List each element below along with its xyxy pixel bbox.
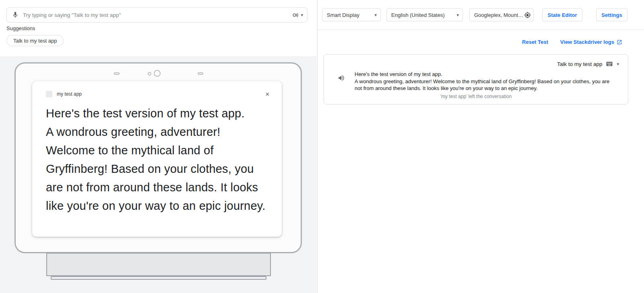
device-sensor-dot	[148, 72, 151, 76]
bot-response-line1: Here's the test version of my test app.	[355, 71, 615, 78]
device-sensor-right	[198, 72, 203, 75]
device-screen-header: my test app ✕	[32, 81, 282, 97]
chevron-down-icon[interactable]: ▾	[301, 13, 303, 17]
query-input[interactable]	[23, 12, 292, 18]
mic-icon[interactable]	[12, 11, 19, 18]
device-sensor-left	[114, 72, 120, 75]
device-screen: my test app ✕ Here's the test version of…	[32, 81, 282, 237]
suggestions-label: Suggestions	[6, 25, 35, 31]
location-input[interactable]: Googleplex, Mountain ...	[469, 8, 534, 21]
device-camera	[154, 70, 161, 77]
my-location-icon[interactable]	[524, 12, 531, 18]
surface-select[interactable]: Smart Display ▾	[322, 8, 381, 21]
simulator-toolbar: Smart Display ▾ English (United States) …	[318, 0, 644, 30]
keyboard-icon	[606, 60, 613, 68]
chevron-down-icon: ▾	[374, 13, 377, 17]
device-stand-base	[51, 276, 266, 280]
device-screen-text: Here's the test version of my test app. …	[32, 97, 282, 215]
bot-response-text: Here's the test version of my test app. …	[355, 71, 615, 92]
simulator-left-panel: ▾ Suggestions Talk to my test app my tes…	[0, 0, 318, 293]
state-editor-button[interactable]: State Editor	[542, 8, 582, 21]
view-stackdriver-logs-label: View Stackdriver logs	[560, 39, 614, 45]
language-select[interactable]: English (United States) ▾	[386, 8, 463, 21]
user-turn-row: Talk to my test app ▾	[330, 59, 621, 71]
close-icon[interactable]: ✕	[265, 91, 270, 97]
speaker-icon[interactable]	[338, 74, 345, 82]
simulator-right-panel: Smart Display ▾ English (United States) …	[318, 0, 644, 293]
test-actions-row: Reset Test View Stackdriver logs	[522, 39, 622, 45]
conversation-panel: Talk to my test app ▾ Here's the test ve…	[324, 54, 628, 104]
location-value: Googleplex, Mountain ...	[474, 12, 524, 18]
device-stand	[46, 253, 271, 276]
actions-simulator: ▾ Suggestions Talk to my test app my tes…	[0, 0, 644, 293]
suggestion-chip[interactable]: Talk to my test app	[6, 35, 64, 46]
screen-text-line1: Here's the test version of my test app.	[46, 107, 245, 120]
bot-turn-row: Here's the test version of my test app. …	[330, 71, 621, 92]
user-query-text: Talk to my test app	[557, 61, 603, 67]
bot-response-line2: A wondrous greeting, adventurer! Welcome…	[355, 78, 615, 92]
smart-display-device: my test app ✕ Here's the test version of…	[14, 62, 302, 253]
app-name: my test app	[57, 91, 82, 97]
surface-select-value: Smart Display	[327, 12, 359, 18]
settings-button[interactable]: Settings	[596, 8, 627, 21]
conversation-status: 'my test app' left the conversation	[330, 92, 621, 99]
device-preview-area: my test app ✕ Here's the test version of…	[0, 56, 317, 293]
screen-text-line2: A wondrous greeting, adventurer! Welcome…	[46, 125, 266, 212]
chevron-down-icon: ▾	[456, 13, 459, 17]
view-stackdriver-logs-link[interactable]: View Stackdriver logs	[560, 39, 622, 45]
language-select-value: English (United States)	[391, 12, 445, 18]
query-input-bar[interactable]: ▾	[6, 7, 308, 23]
audio-input-icon[interactable]	[292, 12, 299, 18]
reset-test-button[interactable]: Reset Test	[522, 39, 548, 45]
external-link-icon	[617, 39, 622, 45]
chevron-down-icon[interactable]: ▾	[617, 62, 619, 66]
app-logo	[46, 91, 52, 97]
